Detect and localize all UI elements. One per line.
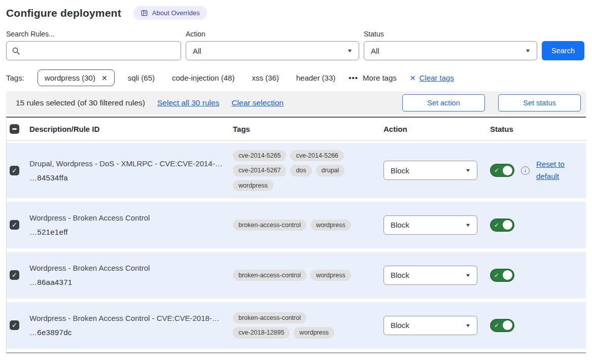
tag-link[interactable]: sqli (65) [128,74,155,82]
chevron-down-icon: ▼ [465,323,471,328]
rule-id: …84534ffa [29,173,233,182]
status-filter-select[interactable]: All ▼ [364,41,537,60]
chevron-down-icon: ▼ [465,273,471,278]
table-cell: ✓ [7,320,29,330]
table-cell: ✓ [490,219,586,232]
rule-description: Wordpress - Broken Access Control - CVE:… [29,314,233,322]
page-title: Configure deployment [6,7,121,19]
more-tags-label: More tags [363,74,397,82]
clear-tags-label: Clear tags [420,74,454,82]
info-icon[interactable]: i [521,166,530,175]
action-filter-value: All [193,47,201,55]
action-filter-select[interactable]: All ▼ [186,41,359,60]
table-cell: Block▼ [384,215,490,235]
table-cell: ✓ [7,220,29,230]
column-header-action: Action [384,125,490,133]
clear-selection-link[interactable]: Clear selection [231,98,284,107]
close-icon: ✕ [410,74,416,82]
status-toggle[interactable]: ✓ [490,319,514,332]
table-cell: Drupal, Wordpress - DoS - XMLRPC - CVE:C… [29,159,233,182]
next-row-divider [7,352,586,354]
search-rules-filter: Search Rules... [6,30,181,60]
select-all-checkbox[interactable] [10,124,19,134]
toggle-knob [503,166,512,175]
clear-tags-button[interactable]: ✕ Clear tags [410,74,454,82]
table-cell: Wordpress - Broken Access Control…521e1e… [29,213,233,236]
about-overrides-badge[interactable]: About Overrides [133,6,207,20]
table-row: ✓Wordpress - Broken Access Control…86aa4… [7,252,586,299]
rule-tag: drupal [316,165,345,176]
remove-tag-icon[interactable]: ✕ [101,74,108,82]
rule-action-value: Block [391,221,409,229]
chevron-down-icon: ▼ [465,168,471,173]
check-icon: ✓ [494,222,499,228]
search-button[interactable]: Search [542,41,584,60]
table-cell: Block▼ [384,266,490,285]
selected-tag-chip[interactable]: wordpress (30) ✕ [38,69,115,86]
table-header-row: Description/Rule ID Tags Action Status [7,118,586,141]
rule-tag: broken-access-control [233,220,306,231]
status-toggle[interactable]: ✓ [490,164,514,177]
rule-tag: cve-2014-5266 [290,150,343,161]
status-filter: Status All ▼ [364,30,537,60]
table-cell: ✓iReset to default [490,158,586,183]
status-toggle[interactable]: ✓ [490,219,514,232]
status-filter-label: Status [364,30,537,38]
rules-table: Description/Rule ID Tags Action Status ✓… [6,117,586,354]
chevron-down-icon: ▼ [465,223,471,228]
table-cell: ✓ [490,319,586,332]
rule-id: …521e1eff [29,228,233,236]
status-filter-value: All [371,47,379,55]
indeterminate-icon [12,128,17,130]
table-row: ✓Wordpress - Broken Access Control - CVE… [7,302,586,349]
table-cell: ✓ [490,269,586,282]
rules-table-body: ✓Drupal, Wordpress - DoS - XMLRPC - CVE:… [7,143,586,349]
tag-link[interactable]: code-injection (48) [172,74,234,82]
rule-tag: broken-access-control [233,270,306,281]
check-icon: ✓ [12,272,17,278]
rule-id: …86aa4371 [29,278,233,286]
tag-links: sqli (65)code-injection (48)xss (36)head… [128,74,336,82]
check-icon: ✓ [494,322,499,329]
table-cell: Block▼ [384,161,490,180]
check-icon: ✓ [12,322,17,329]
set-status-button[interactable]: Set status [498,94,581,112]
table-cell: Wordpress - Broken Access Control…86aa43… [29,264,233,286]
column-header-status: Status [490,125,586,133]
select-all-link[interactable]: Select all 30 rules [157,98,219,107]
row-checkbox[interactable]: ✓ [10,320,19,330]
rule-action-select[interactable]: Block▼ [384,316,477,335]
rule-tag: cve-2014-5267 [233,165,286,176]
table-cell: ✓ [7,270,29,280]
check-icon: ✓ [494,167,499,173]
filters-bar: Search Rules... Action All ▼ Status All … [6,30,586,60]
about-overrides-label: About Overrides [152,9,200,17]
rule-description: Wordpress - Broken Access Control [29,213,233,222]
status-toggle[interactable]: ✓ [490,269,514,282]
reset-to-default-link[interactable]: Reset to default [536,158,569,183]
row-checkbox[interactable]: ✓ [10,166,19,175]
rule-action-value: Block [391,166,409,175]
rule-action-select[interactable]: Block▼ [384,161,477,180]
action-filter: Action All ▼ [186,30,359,60]
toggle-knob [503,220,512,230]
selection-summary: 15 rules selected (of 30 filtered rules) [16,98,145,107]
search-rules-input[interactable] [6,41,181,60]
rule-action-select[interactable]: Block▼ [384,215,477,235]
tag-link[interactable]: header (33) [296,74,336,82]
rule-tag: wordpress [310,220,351,231]
table-cell: broken-access-controlwordpress [233,270,384,281]
more-tags-button[interactable]: ••• More tags [349,74,396,82]
row-checkbox[interactable]: ✓ [10,220,19,230]
table-cell: broken-access-controlwordpress [233,220,384,231]
set-action-button[interactable]: Set action [402,94,485,112]
rule-action-select[interactable]: Block▼ [384,266,477,285]
rule-tag: cve-2014-5265 [233,150,286,161]
tag-link[interactable]: xss (36) [252,74,278,82]
rule-tag: wordpress [233,180,273,191]
chevron-down-icon: ▼ [347,48,353,53]
rule-action-value: Block [391,321,409,330]
configure-deployment-page: Configure deployment About Overrides Sea… [0,0,592,354]
row-checkbox[interactable]: ✓ [10,270,19,280]
search-icon [12,47,20,55]
